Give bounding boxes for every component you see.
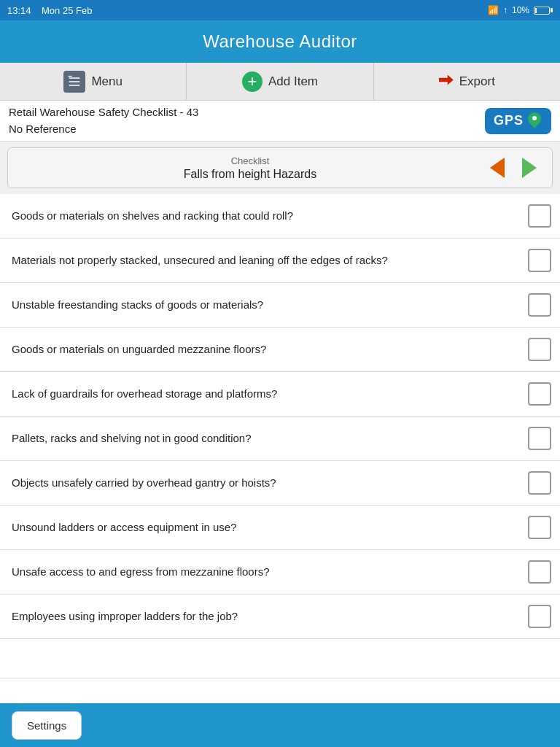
settings-label: Settings [27, 719, 66, 732]
info-bar: Retail Warehouse Safety Checklist - 43 N… [0, 101, 560, 142]
menu-label: Menu [91, 74, 122, 89]
add-icon: + [242, 71, 262, 92]
item-text: Materials not properly stacked, unsecure… [12, 253, 528, 268]
gps-label: GPS [494, 113, 524, 128]
checklist-item: Employees using improper ladders for the… [0, 595, 560, 639]
signal-icon: ↑ [503, 5, 508, 15]
checklist-item: Unsound ladders or access equipment in u… [0, 506, 560, 550]
item-checkbox[interactable] [528, 249, 551, 272]
checklist-item: Goods or materials on shelves and rackin… [0, 194, 560, 239]
item-checkbox[interactable] [528, 293, 551, 317]
item-text: Objects unsafely carried by overhead gan… [12, 476, 528, 490]
status-indicators: 📶 ↑ 10% [488, 5, 553, 15]
checklist-section-title: Falls from height Hazards [17, 168, 483, 181]
battery-icon [534, 7, 553, 15]
status-bar: 13:14 Mon 25 Feb 📶 ↑ 10% [0, 0, 560, 20]
item-checkbox[interactable] [528, 516, 551, 539]
status-time-date: 13:14 Mon 25 Feb [7, 5, 92, 16]
export-label: Export [459, 74, 495, 89]
item-text: Unsafe access to and egress from mezzani… [12, 565, 528, 579]
checklist-item: Unstable freestanding stacks of goods or… [0, 283, 560, 328]
checklist-label: Checklist [17, 155, 483, 166]
nav-arrows [483, 154, 543, 182]
gps-badge[interactable]: GPS [485, 108, 551, 134]
checklist-item: Goods or materials on unguarded mezzanin… [0, 328, 560, 372]
status-time: 13:14 [7, 5, 31, 16]
item-checkbox[interactable] [528, 204, 551, 228]
item-checkbox[interactable] [528, 605, 551, 628]
spacer-line-1 [0, 639, 560, 678]
app-header: Warehouse Auditor [0, 20, 560, 63]
info-text: Retail Warehouse Safety Checklist - 43 N… [9, 104, 198, 137]
item-text: Pallets, racks and shelving not in good … [12, 431, 528, 446]
app-title: Warehouse Auditor [203, 31, 357, 52]
checklist-section-header: Checklist Falls from height Hazards [7, 147, 553, 188]
item-text: Employees using improper ladders for the… [12, 609, 528, 624]
arrow-left-icon [490, 158, 505, 178]
status-date: Mon 25 Feb [42, 5, 92, 16]
toolbar: Menu + Add Item Export [0, 63, 560, 101]
settings-button[interactable]: Settings [12, 711, 82, 740]
checklist-item: Pallets, racks and shelving not in good … [0, 417, 560, 461]
prev-arrow-button[interactable] [483, 154, 511, 182]
checklist-item: Unsafe access to and egress from mezzani… [0, 550, 560, 595]
item-text: Unsound ladders or access equipment in u… [12, 520, 528, 535]
item-checkbox[interactable] [528, 471, 551, 495]
item-text: Lack of guardrails for overhead storage … [12, 387, 528, 401]
item-checkbox[interactable] [528, 382, 551, 406]
checklist-item: Objects unsafely carried by overhead gan… [0, 461, 560, 506]
gps-pin-icon [528, 112, 542, 130]
menu-icon [63, 71, 85, 93]
item-checkbox[interactable] [528, 427, 551, 450]
item-text: Goods or materials on shelves and rackin… [12, 209, 528, 223]
checklist-item: Materials not properly stacked, unsecure… [0, 239, 560, 283]
checklist-list: Goods or materials on shelves and rackin… [0, 194, 560, 639]
add-item-button[interactable]: + Add Item [187, 63, 373, 100]
arrow-right-icon [522, 158, 537, 178]
battery-percent: 10% [512, 5, 529, 15]
checklist-item: Lack of guardrails for overhead storage … [0, 372, 560, 417]
checklist-name: Retail Warehouse Safety Checklist - 43 [9, 104, 198, 121]
checklist-header-text: Checklist Falls from height Hazards [17, 155, 483, 181]
add-item-label: Add Item [268, 74, 318, 89]
next-arrow-button[interactable] [516, 154, 543, 182]
export-button[interactable]: Export [374, 63, 560, 100]
export-icon [439, 74, 454, 89]
menu-lines-icon [67, 74, 82, 89]
svg-rect-2 [69, 85, 80, 86]
item-checkbox[interactable] [528, 560, 551, 584]
footer: Settings [0, 703, 560, 747]
item-text: Unstable freestanding stacks of goods or… [12, 298, 528, 312]
svg-rect-0 [69, 77, 80, 79]
item-checkbox[interactable] [528, 338, 551, 361]
svg-rect-1 [69, 81, 80, 82]
reference-text: No Reference [9, 121, 198, 138]
wifi-icon: 📶 [488, 5, 499, 15]
menu-button[interactable]: Menu [0, 63, 187, 100]
item-text: Goods or materials on unguarded mezzanin… [12, 342, 528, 357]
